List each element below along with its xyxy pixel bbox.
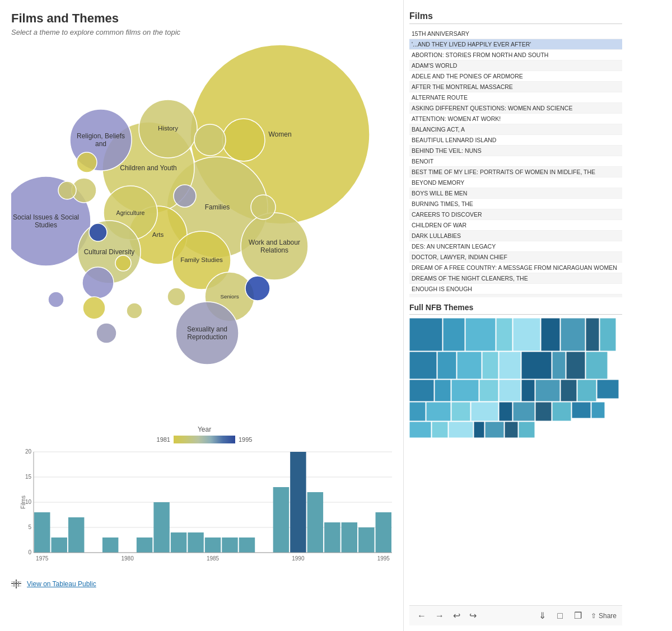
film-item[interactable]: AFTER THE MONTREAL MASSACRE xyxy=(409,82,622,92)
svg-rect-43 xyxy=(68,517,84,553)
page-title: Films and Themes xyxy=(11,11,398,26)
download-button[interactable]: ⇓ xyxy=(536,609,548,622)
film-item[interactable]: DES: AN UNCERTAIN LEGACY xyxy=(409,241,622,252)
svg-point-19 xyxy=(48,292,64,307)
film-item[interactable]: BEHIND THE VEIL: NUNS xyxy=(409,146,622,156)
films-list: 15TH ANNIVERSARY'...AND THEY LIVED HAPPI… xyxy=(409,29,622,297)
tableau-icon xyxy=(11,579,22,588)
svg-rect-60 xyxy=(307,492,323,553)
svg-point-23 xyxy=(245,276,270,301)
redo-button[interactable]: → xyxy=(433,610,446,622)
svg-rect-85 xyxy=(457,352,482,379)
svg-rect-113 xyxy=(432,422,448,438)
film-item[interactable]: BEYOND MEMORY xyxy=(409,177,622,188)
svg-point-22 xyxy=(96,323,116,343)
film-item[interactable]: BOYS WILL BE MEN xyxy=(409,188,622,199)
film-item[interactable]: ASKING DIFFERENT QUESTIONS: WOMEN AND SC… xyxy=(409,103,622,114)
undo-button[interactable]: ← xyxy=(415,610,428,622)
film-item[interactable]: DOCTOR, LAWYER, INDIAN CHIEF xyxy=(409,252,622,263)
svg-rect-107 xyxy=(513,402,535,421)
film-item[interactable]: ENOUGH IS ENOUGH xyxy=(409,284,622,295)
share-button[interactable]: ⇧ Share xyxy=(591,612,617,620)
svg-text:15: 15 xyxy=(25,474,32,480)
svg-rect-51 xyxy=(188,532,203,553)
svg-rect-89 xyxy=(552,352,566,379)
film-item[interactable]: BURNING TIMES, THE xyxy=(409,199,622,209)
svg-text:1990: 1990 xyxy=(292,555,305,562)
film-item[interactable]: CHILDREN OF WAR xyxy=(409,220,622,231)
svg-rect-50 xyxy=(171,532,186,553)
svg-rect-62 xyxy=(342,522,357,553)
film-item[interactable]: ATTENTION: WOMEN AT WORK! xyxy=(409,114,622,124)
svg-rect-118 xyxy=(519,422,535,438)
svg-rect-91 xyxy=(586,352,608,379)
svg-rect-48 xyxy=(137,537,152,553)
film-item[interactable]: BEAUTIFUL LENNARD ISLAND xyxy=(409,135,622,146)
svg-text:1975: 1975 xyxy=(36,555,49,562)
film-item[interactable]: DREAMS OF THE NIGHT CLEANERS, THE xyxy=(409,273,622,284)
film-item[interactable]: DARK LULLABIES xyxy=(409,231,622,241)
film-item[interactable]: EVE LAMBART xyxy=(409,295,622,297)
svg-point-14 xyxy=(82,267,114,298)
bar-chart: 05101520Films19751980198519901995 xyxy=(11,446,392,575)
svg-rect-110 xyxy=(572,402,591,418)
film-item[interactable]: ALTERNATE ROUTE xyxy=(409,92,622,103)
film-item[interactable]: CAREERS TO DISCOVER xyxy=(409,209,622,220)
film-item[interactable]: ADAM'S WORLD xyxy=(409,60,622,71)
svg-rect-106 xyxy=(499,402,512,421)
svg-rect-77 xyxy=(496,318,512,351)
svg-rect-96 xyxy=(499,380,521,401)
svg-point-15 xyxy=(83,297,105,319)
back-button[interactable]: ↩ xyxy=(451,609,463,622)
film-item[interactable]: BALANCING ACT, A xyxy=(409,124,622,135)
share-label: Share xyxy=(599,612,617,620)
svg-rect-90 xyxy=(566,352,585,379)
svg-rect-40 xyxy=(34,512,50,553)
share-icon: ⇧ xyxy=(591,612,596,620)
svg-rect-49 xyxy=(153,502,169,553)
forward-button[interactable]: ↪ xyxy=(467,609,479,622)
svg-rect-97 xyxy=(521,380,535,401)
svg-rect-86 xyxy=(482,352,498,379)
svg-rect-55 xyxy=(239,537,255,553)
film-item[interactable]: ABORTION: STORIES FROM NORTH AND SOUTH xyxy=(409,50,622,60)
svg-rect-76 xyxy=(465,318,496,351)
svg-point-20 xyxy=(174,185,196,207)
tableau-bar: View on Tableau Public xyxy=(11,575,398,588)
fullscreen-button[interactable]: □ xyxy=(555,610,565,622)
film-item[interactable]: 15TH ANNIVERSARY xyxy=(409,29,622,39)
svg-rect-87 xyxy=(499,352,521,379)
svg-rect-114 xyxy=(449,422,473,438)
film-item[interactable]: '...AND THEY LIVED HAPPILY EVER AFTER' xyxy=(409,39,622,50)
page-subtitle: Select a theme to explore common films o… xyxy=(11,28,398,36)
svg-rect-103 xyxy=(426,402,451,421)
svg-rect-75 xyxy=(443,318,465,351)
legend-area: Year 1981 1995 xyxy=(11,426,398,443)
svg-rect-105 xyxy=(471,402,498,421)
expand-button[interactable]: ❐ xyxy=(572,609,584,622)
film-item[interactable]: ADELE AND THE PONIES OF ARDMORE xyxy=(409,71,622,82)
tableau-link[interactable]: View on Tableau Public xyxy=(27,580,96,588)
svg-rect-52 xyxy=(205,537,221,553)
film-item[interactable]: BENOIT xyxy=(409,156,622,167)
svg-rect-111 xyxy=(591,402,605,418)
nfb-section-title: Full NFB Themes xyxy=(409,303,622,315)
svg-text:Films: Films xyxy=(20,496,26,509)
svg-text:1985: 1985 xyxy=(207,555,220,562)
svg-rect-116 xyxy=(485,422,504,438)
svg-rect-72 xyxy=(11,581,21,582)
svg-rect-100 xyxy=(577,380,596,401)
gradient-bar xyxy=(174,436,235,443)
film-item[interactable]: DREAM OF A FREE COUNTRY: A MESSAGE FROM … xyxy=(409,263,622,273)
legend-min-label: 1981 xyxy=(157,436,170,443)
svg-rect-94 xyxy=(451,380,479,401)
svg-point-17 xyxy=(77,152,97,172)
svg-text:1980: 1980 xyxy=(121,555,134,562)
svg-rect-58 xyxy=(290,452,306,553)
svg-rect-92 xyxy=(409,380,434,401)
svg-rect-63 xyxy=(358,527,374,553)
svg-point-16 xyxy=(127,303,142,319)
bottom-toolbar: ← → ↩ ↪ ⇓ □ ❐ ⇧ Share xyxy=(409,605,622,625)
svg-rect-115 xyxy=(474,422,484,438)
film-item[interactable]: BEST TIME OF MY LIFE: PORTRAITS OF WOMEN… xyxy=(409,167,622,177)
